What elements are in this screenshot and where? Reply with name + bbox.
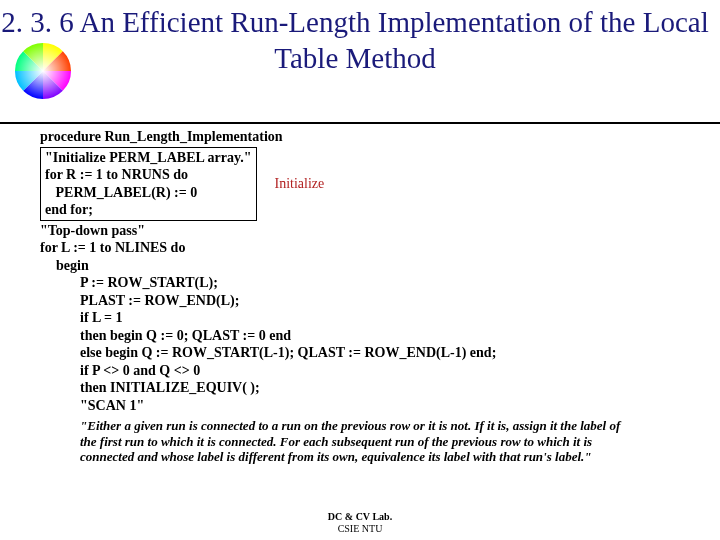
footer: DC & CV Lab. CSIE NTU [0,511,720,534]
init-line: end for; [45,201,252,219]
body-line: P := ROW_START(L); [80,274,690,292]
topdown-line: "Top-down pass" [40,222,690,240]
body-line: PLAST := ROW_END(L); [80,292,690,310]
body-line: else begin Q := ROW_START(L-1); QLAST :=… [80,344,690,362]
initialize-label: Initialize [275,175,325,193]
init-line: for R := 1 to NRUNS do [45,166,252,184]
slide-title: 2. 3. 6 An Efficient Run-Length Implemen… [0,4,710,77]
body-line: "SCAN 1" [80,397,690,415]
begin-line: begin [40,257,690,275]
body-line: if P <> 0 and Q <> 0 [80,362,690,380]
footer-dept: CSIE NTU [0,523,720,535]
init-box: "Initialize PERM_LABEL array." for R := … [40,147,257,221]
body-line: then begin Q := 0; QLAST := 0 end [80,327,690,345]
scan-comment: "Either a given run is connected to a ru… [80,418,640,465]
procedure-line: procedure Run_Length_Implementation [40,128,690,146]
pseudocode-block: procedure Run_Length_Implementation "Ini… [40,128,690,465]
slide: 2. 3. 6 An Efficient Run-Length Implemen… [0,0,720,540]
body-line: then INITIALIZE_EQUIV( ); [80,379,690,397]
footer-lab: DC & CV Lab. [0,511,720,523]
for-line: for L := 1 to NLINES do [40,239,690,257]
title-underline [0,122,720,124]
body-line: if L = 1 [80,309,690,327]
init-line: "Initialize PERM_LABEL array." [45,149,252,167]
init-line: PERM_LABEL(R) := 0 [45,184,252,202]
